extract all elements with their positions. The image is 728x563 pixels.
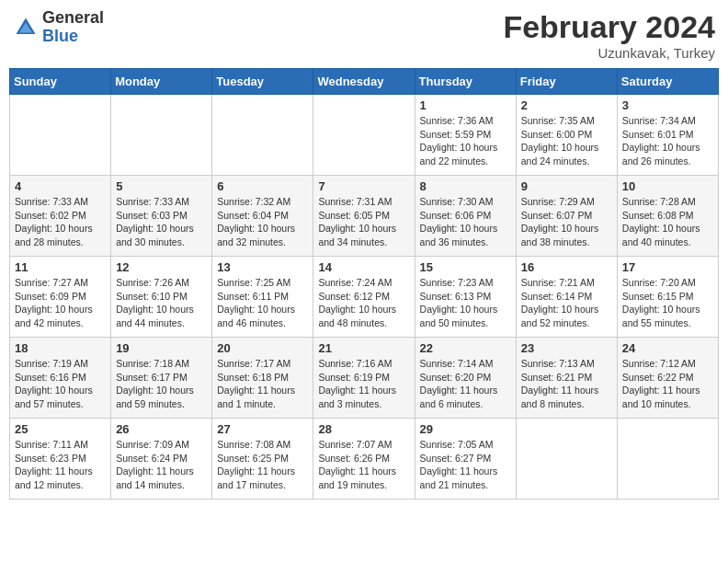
day-info: Sunrise: 7:36 AM Sunset: 5:59 PM Dayligh… [420, 114, 511, 168]
logo-blue: Blue [42, 28, 104, 46]
day-number: 18 [15, 341, 106, 355]
day-info: Sunrise: 7:35 AM Sunset: 6:00 PM Dayligh… [521, 114, 612, 168]
weekday-tuesday: Tuesday [212, 69, 313, 95]
day-info: Sunrise: 7:12 AM Sunset: 6:22 PM Dayligh… [622, 357, 713, 411]
day-cell: 18Sunrise: 7:19 AM Sunset: 6:16 PM Dayli… [10, 338, 111, 419]
day-number: 2 [521, 98, 612, 112]
day-number: 6 [217, 179, 308, 193]
day-info: Sunrise: 7:13 AM Sunset: 6:21 PM Dayligh… [521, 357, 612, 411]
weekday-friday: Friday [516, 69, 617, 95]
day-number: 4 [15, 179, 106, 193]
day-info: Sunrise: 7:16 AM Sunset: 6:19 PM Dayligh… [318, 357, 409, 411]
day-info: Sunrise: 7:09 AM Sunset: 6:24 PM Dayligh… [116, 438, 207, 492]
day-number: 23 [521, 341, 612, 355]
day-cell: 22Sunrise: 7:14 AM Sunset: 6:20 PM Dayli… [415, 338, 516, 419]
day-cell: 2Sunrise: 7:35 AM Sunset: 6:00 PM Daylig… [516, 95, 617, 176]
day-cell: 9Sunrise: 7:29 AM Sunset: 6:07 PM Daylig… [516, 176, 617, 257]
day-info: Sunrise: 7:23 AM Sunset: 6:13 PM Dayligh… [420, 276, 511, 330]
weekday-monday: Monday [111, 69, 212, 95]
day-number: 19 [116, 341, 207, 355]
calendar-table: SundayMondayTuesdayWednesdayThursdayFrid… [9, 68, 719, 500]
day-cell: 12Sunrise: 7:26 AM Sunset: 6:10 PM Dayli… [111, 257, 212, 338]
day-cell [10, 95, 111, 176]
day-info: Sunrise: 7:11 AM Sunset: 6:23 PM Dayligh… [15, 438, 106, 492]
month-year: February 2024 [503, 9, 715, 45]
day-number: 29 [420, 422, 511, 436]
weekday-saturday: Saturday [617, 69, 718, 95]
day-cell [617, 419, 718, 500]
calendar-body: 1Sunrise: 7:36 AM Sunset: 5:59 PM Daylig… [10, 95, 719, 500]
day-info: Sunrise: 7:30 AM Sunset: 6:06 PM Dayligh… [420, 195, 511, 249]
day-number: 15 [420, 260, 511, 274]
day-cell: 28Sunrise: 7:07 AM Sunset: 6:26 PM Dayli… [313, 419, 415, 500]
day-info: Sunrise: 7:33 AM Sunset: 6:03 PM Dayligh… [116, 195, 207, 249]
day-cell: 15Sunrise: 7:23 AM Sunset: 6:13 PM Dayli… [415, 257, 516, 338]
day-info: Sunrise: 7:26 AM Sunset: 6:10 PM Dayligh… [116, 276, 207, 330]
logo-general: General [42, 9, 104, 28]
weekday-thursday: Thursday [415, 69, 516, 95]
week-row-2: 11Sunrise: 7:27 AM Sunset: 6:09 PM Dayli… [10, 257, 719, 338]
logo-text: General Blue [42, 9, 104, 46]
day-info: Sunrise: 7:20 AM Sunset: 6:15 PM Dayligh… [622, 276, 713, 330]
day-number: 12 [116, 260, 207, 274]
day-number: 8 [420, 179, 511, 193]
day-number: 21 [318, 341, 409, 355]
weekday-wednesday: Wednesday [313, 69, 415, 95]
day-number: 24 [622, 341, 713, 355]
calendar-header: SundayMondayTuesdayWednesdayThursdayFrid… [10, 69, 719, 95]
day-cell: 17Sunrise: 7:20 AM Sunset: 6:15 PM Dayli… [617, 257, 718, 338]
day-number: 26 [116, 422, 207, 436]
day-number: 13 [217, 260, 308, 274]
day-cell: 7Sunrise: 7:31 AM Sunset: 6:05 PM Daylig… [313, 176, 415, 257]
day-cell: 13Sunrise: 7:25 AM Sunset: 6:11 PM Dayli… [212, 257, 313, 338]
day-info: Sunrise: 7:28 AM Sunset: 6:08 PM Dayligh… [622, 195, 713, 249]
day-cell: 19Sunrise: 7:18 AM Sunset: 6:17 PM Dayli… [111, 338, 212, 419]
day-number: 11 [15, 260, 106, 274]
page-header: General Blue February 2024 Uzunkavak, Tu… [9, 9, 719, 61]
day-info: Sunrise: 7:18 AM Sunset: 6:17 PM Dayligh… [116, 357, 207, 411]
day-cell [313, 95, 415, 176]
day-number: 3 [622, 98, 713, 112]
day-info: Sunrise: 7:07 AM Sunset: 6:26 PM Dayligh… [318, 438, 409, 492]
day-cell: 1Sunrise: 7:36 AM Sunset: 5:59 PM Daylig… [415, 95, 516, 176]
weekday-header-row: SundayMondayTuesdayWednesdayThursdayFrid… [10, 69, 719, 95]
day-number: 22 [420, 341, 511, 355]
day-cell [516, 419, 617, 500]
day-cell: 29Sunrise: 7:05 AM Sunset: 6:27 PM Dayli… [415, 419, 516, 500]
day-cell: 8Sunrise: 7:30 AM Sunset: 6:06 PM Daylig… [415, 176, 516, 257]
day-cell: 14Sunrise: 7:24 AM Sunset: 6:12 PM Dayli… [313, 257, 415, 338]
day-info: Sunrise: 7:17 AM Sunset: 6:18 PM Dayligh… [217, 357, 308, 411]
day-number: 27 [217, 422, 308, 436]
day-info: Sunrise: 7:27 AM Sunset: 6:09 PM Dayligh… [15, 276, 106, 330]
day-info: Sunrise: 7:05 AM Sunset: 6:27 PM Dayligh… [420, 438, 511, 492]
week-row-3: 18Sunrise: 7:19 AM Sunset: 6:16 PM Dayli… [10, 338, 719, 419]
day-number: 14 [318, 260, 409, 274]
day-info: Sunrise: 7:19 AM Sunset: 6:16 PM Dayligh… [15, 357, 106, 411]
day-info: Sunrise: 7:14 AM Sunset: 6:20 PM Dayligh… [420, 357, 511, 411]
week-row-0: 1Sunrise: 7:36 AM Sunset: 5:59 PM Daylig… [10, 95, 719, 176]
day-cell: 21Sunrise: 7:16 AM Sunset: 6:19 PM Dayli… [313, 338, 415, 419]
day-cell: 23Sunrise: 7:13 AM Sunset: 6:21 PM Dayli… [516, 338, 617, 419]
day-cell: 24Sunrise: 7:12 AM Sunset: 6:22 PM Dayli… [617, 338, 718, 419]
day-cell: 3Sunrise: 7:34 AM Sunset: 6:01 PM Daylig… [617, 95, 718, 176]
day-cell: 16Sunrise: 7:21 AM Sunset: 6:14 PM Dayli… [516, 257, 617, 338]
day-number: 28 [318, 422, 409, 436]
week-row-1: 4Sunrise: 7:33 AM Sunset: 6:02 PM Daylig… [10, 176, 719, 257]
title-block: February 2024 Uzunkavak, Turkey [503, 9, 715, 61]
day-cell: 4Sunrise: 7:33 AM Sunset: 6:02 PM Daylig… [10, 176, 111, 257]
day-number: 1 [420, 98, 511, 112]
day-number: 7 [318, 179, 409, 193]
day-number: 25 [15, 422, 106, 436]
day-number: 9 [521, 179, 612, 193]
day-info: Sunrise: 7:34 AM Sunset: 6:01 PM Dayligh… [622, 114, 713, 168]
day-cell: 26Sunrise: 7:09 AM Sunset: 6:24 PM Dayli… [111, 419, 212, 500]
day-info: Sunrise: 7:33 AM Sunset: 6:02 PM Dayligh… [15, 195, 106, 249]
weekday-sunday: Sunday [10, 69, 111, 95]
day-info: Sunrise: 7:21 AM Sunset: 6:14 PM Dayligh… [521, 276, 612, 330]
day-cell [111, 95, 212, 176]
logo: General Blue [13, 9, 104, 46]
day-cell: 10Sunrise: 7:28 AM Sunset: 6:08 PM Dayli… [617, 176, 718, 257]
day-number: 17 [622, 260, 713, 274]
logo-icon [13, 15, 39, 40]
day-cell [212, 95, 313, 176]
